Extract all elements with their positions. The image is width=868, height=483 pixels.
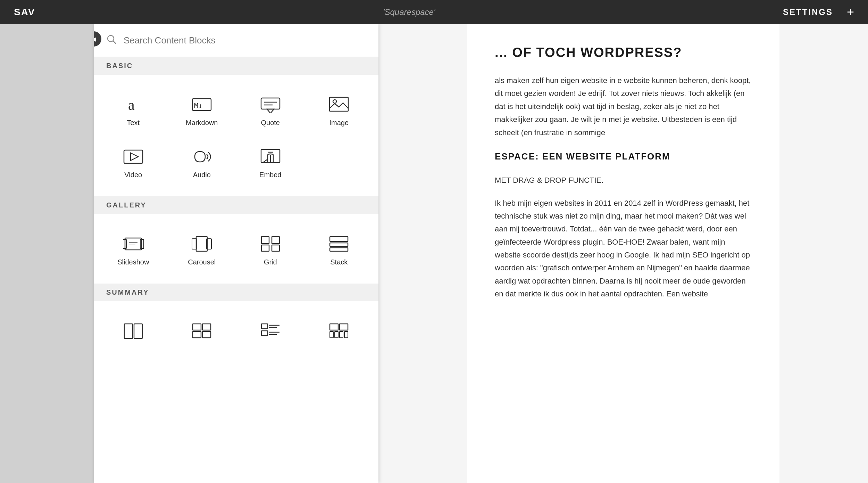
block-summary-4[interactable] — [307, 312, 372, 352]
summary3-icon — [258, 321, 283, 341]
embed-label: Embed — [259, 171, 281, 179]
svg-rect-47 — [344, 331, 348, 338]
audio-label: Audio — [193, 171, 211, 179]
svg-rect-44 — [330, 331, 333, 338]
summary4-icon — [327, 321, 351, 341]
top-bar: SAV 'Squarespace' SETTINGS + — [0, 0, 868, 24]
svg-rect-30 — [124, 324, 133, 338]
search-input[interactable] — [124, 35, 366, 46]
left-sidebar — [0, 24, 94, 483]
summary2-icon — [190, 321, 214, 341]
search-bar — [94, 24, 378, 57]
block-summary-2[interactable] — [169, 312, 235, 352]
settings-button[interactable]: SETTINGS — [783, 7, 833, 17]
article-paragraph-1: als maken zelf hun eigen website in e we… — [495, 74, 752, 139]
quote-icon — [258, 95, 283, 114]
svg-rect-24 — [272, 237, 279, 244]
svg-rect-31 — [134, 324, 142, 338]
summary-section-header: SUMMARY — [94, 284, 378, 301]
top-bar-actions: SETTINGS + — [783, 6, 854, 18]
drag-drop-label: MET DRAG & DROP FUNCTIE. — [495, 174, 752, 187]
block-slideshow[interactable]: Slideshow — [101, 224, 166, 273]
block-video[interactable]: Video — [101, 137, 166, 186]
svg-rect-33 — [202, 324, 211, 330]
article-container: ... OF TOCH WORDPRESS? als maken zelf hu… — [467, 24, 779, 483]
gallery-section-header: GALLERY — [94, 196, 378, 214]
basic-section-header: BASIC — [94, 57, 378, 75]
svg-rect-25 — [261, 245, 269, 251]
summary1-icon — [121, 321, 145, 341]
summary-blocks-grid — [94, 301, 378, 363]
svg-rect-28 — [330, 243, 348, 246]
stack-label: Stack — [330, 258, 348, 266]
stack-icon — [327, 234, 351, 253]
article-body: als maken zelf hun eigen website in e we… — [495, 74, 752, 301]
article-subtitle: ESPACE: EEN WEBSITE PLATFORM — [495, 149, 752, 164]
markdown-label: Markdown — [186, 119, 218, 127]
image-label: Image — [329, 119, 349, 127]
svg-rect-36 — [261, 324, 268, 329]
quote-label: Quote — [261, 119, 280, 127]
article-paragraph-2: Ik heb mijn eigen websites in 2011 en 20… — [495, 197, 752, 301]
markdown-icon: M↓ — [190, 95, 214, 114]
svg-rect-9 — [329, 97, 348, 111]
svg-rect-23 — [261, 237, 269, 244]
text-icon: a — [121, 95, 145, 114]
add-button[interactable]: + — [847, 6, 854, 18]
svg-rect-35 — [202, 331, 211, 338]
article-content-area: ... OF TOCH WORDPRESS? als maken zelf hu… — [378, 24, 868, 483]
image-icon — [327, 95, 351, 114]
slideshow-label: Slideshow — [117, 258, 149, 266]
svg-rect-11 — [124, 150, 143, 163]
main-container: BASIC a Text M↓ Markdown — [0, 24, 868, 483]
embed-icon — [258, 147, 283, 166]
text-label: Text — [127, 119, 140, 127]
svg-text:M↓: M↓ — [194, 101, 202, 110]
block-audio[interactable]: Audio — [169, 137, 235, 186]
block-embed[interactable]: Embed — [238, 137, 303, 186]
block-carousel[interactable]: Carousel — [169, 224, 235, 273]
grid-label: Grid — [264, 258, 277, 266]
svg-rect-29 — [330, 248, 348, 251]
basic-blocks-grid: a Text M↓ Markdown — [94, 75, 378, 196]
block-summary-3[interactable] — [238, 312, 303, 352]
svg-text:a: a — [128, 97, 135, 113]
svg-rect-46 — [340, 331, 343, 338]
audio-icon — [190, 147, 214, 166]
block-grid[interactable]: Grid — [238, 224, 303, 273]
svg-rect-42 — [330, 324, 338, 330]
content-blocks-panel: BASIC a Text M↓ Markdown — [94, 24, 378, 483]
save-label[interactable]: SAV — [14, 7, 35, 18]
search-icon — [106, 34, 117, 47]
block-markdown[interactable]: M↓ Markdown — [169, 85, 235, 134]
block-quote[interactable]: Quote — [238, 85, 303, 134]
svg-rect-43 — [340, 324, 348, 330]
svg-rect-34 — [193, 331, 201, 338]
video-icon — [121, 147, 145, 166]
svg-rect-20 — [196, 237, 207, 251]
svg-rect-5 — [261, 98, 280, 109]
svg-rect-32 — [193, 324, 201, 330]
slideshow-icon — [121, 234, 145, 253]
gallery-blocks-grid: Slideshow Carousel — [94, 214, 378, 284]
block-summary-1[interactable] — [101, 312, 166, 352]
svg-rect-27 — [330, 237, 348, 242]
svg-rect-45 — [335, 331, 338, 338]
svg-marker-12 — [131, 153, 138, 161]
block-text[interactable]: a Text — [101, 85, 166, 134]
squarespace-label: 'Squarespace' — [383, 7, 435, 17]
article-title: ... OF TOCH WORDPRESS? — [495, 45, 752, 60]
svg-rect-15 — [125, 238, 142, 250]
svg-rect-26 — [272, 245, 279, 251]
svg-marker-8 — [267, 109, 274, 113]
block-stack[interactable]: Stack — [307, 224, 372, 273]
svg-rect-39 — [261, 331, 268, 336]
video-label: Video — [124, 171, 142, 179]
svg-point-10 — [333, 100, 336, 103]
grid-icon — [258, 234, 283, 253]
svg-line-1 — [113, 41, 116, 44]
carousel-label: Carousel — [188, 258, 216, 266]
svg-point-0 — [108, 35, 114, 42]
block-image[interactable]: Image — [307, 85, 372, 134]
carousel-icon — [190, 234, 214, 253]
